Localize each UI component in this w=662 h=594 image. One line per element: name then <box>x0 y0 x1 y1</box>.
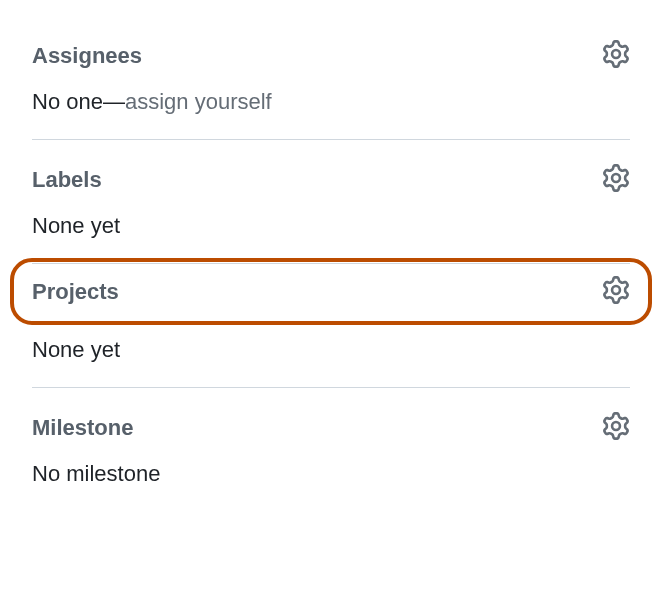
labels-title: Labels <box>32 167 102 193</box>
labels-body: None yet <box>32 213 630 239</box>
projects-header-highlight: Projects <box>10 258 652 325</box>
milestone-header: Milestone <box>32 412 630 443</box>
gear-icon <box>602 164 630 195</box>
gear-icon <box>602 412 630 443</box>
assignees-header: Assignees <box>32 40 630 71</box>
assign-yourself-link[interactable]: assign yourself <box>125 89 272 114</box>
milestone-body: No milestone <box>32 461 630 487</box>
labels-header: Labels <box>32 164 630 195</box>
issue-sidebar: Assignees No one—assign yourself Labels … <box>0 0 662 541</box>
assignees-title: Assignees <box>32 43 142 69</box>
projects-settings-button[interactable] <box>602 276 630 307</box>
projects-section: Projects None yet <box>32 264 630 388</box>
gear-icon <box>602 276 630 307</box>
gear-icon <box>602 40 630 71</box>
milestone-settings-button[interactable] <box>602 412 630 443</box>
assignees-settings-button[interactable] <box>602 40 630 71</box>
milestone-section: Milestone No milestone <box>32 388 630 511</box>
projects-body: None yet <box>32 337 630 363</box>
assignees-section: Assignees No one—assign yourself <box>32 16 630 140</box>
labels-section: Labels None yet <box>32 140 630 264</box>
assignees-empty-text: No one— <box>32 89 125 114</box>
assignees-body: No one—assign yourself <box>32 89 630 115</box>
projects-title: Projects <box>32 279 119 305</box>
labels-settings-button[interactable] <box>602 164 630 195</box>
milestone-title: Milestone <box>32 415 133 441</box>
